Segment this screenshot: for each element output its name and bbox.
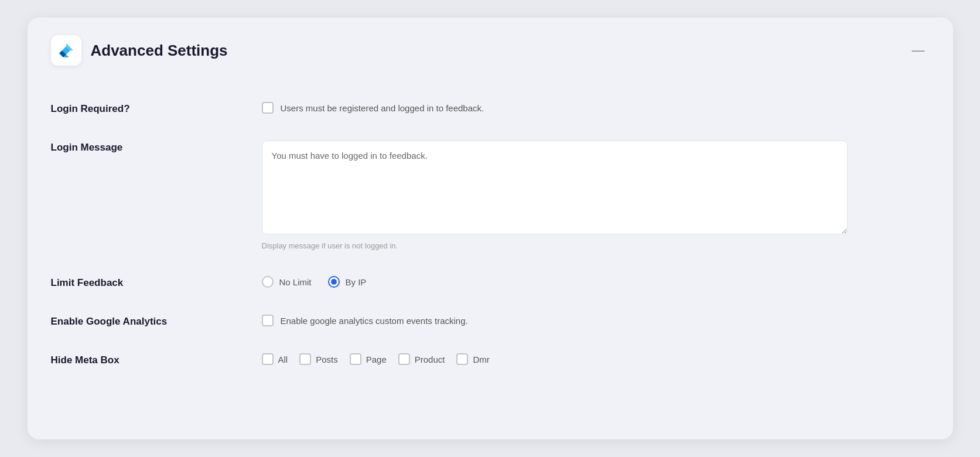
flutter-icon — [57, 42, 75, 59]
minimize-button[interactable]: — — [907, 42, 930, 59]
meta-page-checkbox[interactable] — [350, 353, 361, 365]
google-analytics-checkbox[interactable] — [262, 315, 274, 326]
hide-meta-box-label: Hide Meta Box — [51, 353, 262, 366]
radio-no-limit[interactable]: No Limit — [262, 276, 312, 288]
radio-by-ip[interactable]: By IP — [328, 276, 367, 288]
hide-meta-checkboxes: All Posts Page Product — [262, 353, 930, 365]
login-required-label: Login Required? — [51, 102, 262, 115]
google-analytics-label: Enable Google Analytics — [51, 315, 262, 328]
login-required-checkbox-row: Users must be registered and logged in t… — [262, 102, 930, 114]
login-message-row: Login Message Display message if user is… — [51, 128, 930, 263]
radio-no-limit-input[interactable] — [262, 276, 274, 288]
limit-feedback-label: Limit Feedback — [51, 276, 262, 289]
page-title: Advanced Settings — [91, 42, 228, 60]
meta-posts-label: Posts — [316, 354, 338, 364]
meta-dmr-label: Dmr — [473, 354, 489, 364]
hide-meta-box-control: All Posts Page Product — [262, 353, 930, 365]
limit-feedback-radio-group: No Limit By IP — [262, 276, 930, 288]
meta-posts[interactable]: Posts — [299, 353, 338, 365]
login-message-label: Login Message — [51, 141, 262, 154]
meta-all[interactable]: All — [262, 353, 288, 365]
login-message-helper: Display message if user is not logged in… — [262, 241, 930, 250]
header: Advanced Settings — — [51, 35, 930, 66]
google-analytics-checkbox-label: Enable google analytics custom events tr… — [281, 316, 468, 326]
meta-all-checkbox[interactable] — [262, 353, 274, 365]
meta-dmr[interactable]: Dmr — [456, 353, 489, 365]
login-message-control: Display message if user is not logged in… — [262, 141, 930, 250]
limit-feedback-control: No Limit By IP — [262, 276, 930, 288]
hide-meta-box-row: Hide Meta Box All Posts Page — [51, 340, 930, 379]
login-required-row: Login Required? Users must be registered… — [51, 89, 930, 128]
logo-box — [51, 35, 81, 66]
login-message-textarea[interactable] — [262, 141, 848, 234]
google-analytics-row: Enable Google Analytics Enable google an… — [51, 302, 930, 340]
settings-content: Login Required? Users must be registered… — [51, 83, 930, 385]
meta-product-checkbox[interactable] — [398, 353, 410, 365]
google-analytics-control: Enable google analytics custom events tr… — [262, 315, 930, 326]
meta-product[interactable]: Product — [398, 353, 445, 365]
meta-page-label: Page — [366, 354, 387, 364]
header-left: Advanced Settings — [51, 35, 228, 66]
login-required-control: Users must be registered and logged in t… — [262, 102, 930, 114]
radio-no-limit-label: No Limit — [279, 277, 312, 287]
radio-by-ip-label: By IP — [346, 277, 367, 287]
radio-by-ip-input[interactable] — [328, 276, 340, 288]
meta-product-label: Product — [415, 354, 445, 364]
login-required-checkbox-label: Users must be registered and logged in t… — [281, 103, 484, 113]
meta-dmr-checkbox[interactable] — [456, 353, 468, 365]
google-analytics-checkbox-row: Enable google analytics custom events tr… — [262, 315, 930, 326]
login-required-checkbox[interactable] — [262, 102, 274, 114]
meta-all-label: All — [278, 354, 288, 364]
meta-posts-checkbox[interactable] — [299, 353, 311, 365]
limit-feedback-row: Limit Feedback No Limit By IP — [51, 263, 930, 302]
settings-window: Advanced Settings — Login Required? User… — [28, 18, 953, 439]
meta-page[interactable]: Page — [350, 353, 387, 365]
